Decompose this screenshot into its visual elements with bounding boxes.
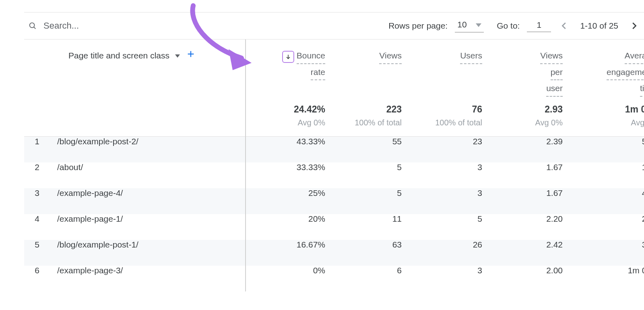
row-dimension: /example-page-4/ (48, 188, 246, 214)
column-views-per-user[interactable]: Views per user (491, 40, 572, 100)
row-index: 1 (24, 137, 48, 162)
summary-views: 223 100% of total (334, 100, 411, 137)
cell-users: 3 (411, 266, 491, 291)
metric-label: Views (540, 49, 563, 64)
row-dimension: /blog/example-post-1/ (48, 240, 246, 266)
table-row[interactable]: 1/blog/example-post-2/43.33%55232.3953 (24, 137, 644, 162)
metric-label: Averag (625, 49, 644, 64)
row-index: 4 (24, 214, 48, 240)
metric-label: per (551, 66, 563, 81)
cell-aet: 53 (572, 137, 644, 162)
summary-sub: Avg 0% (255, 118, 325, 127)
cell-views: 63 (334, 240, 411, 266)
column-views[interactable]: Views (334, 40, 411, 100)
cell-bounce: 16.67% (246, 240, 334, 266)
cell-users: 3 (411, 162, 491, 188)
search-icon (28, 21, 37, 30)
summary-bounce: 24.42% Avg 0% (246, 100, 334, 137)
row-dimension: /example-page-1/ (48, 214, 246, 240)
cell-users: 3 (411, 188, 491, 214)
row-index: 3 (24, 188, 48, 214)
add-dimension-button[interactable] (186, 50, 196, 61)
rows-per-page-label: Rows per page: (388, 21, 448, 31)
cell-aet: 41 (572, 188, 644, 214)
cell-bounce: 20% (246, 214, 334, 240)
row-index: 2 (24, 162, 48, 188)
cell-users: 26 (411, 240, 491, 266)
goto-label: Go to: (497, 21, 520, 31)
summary-value: 1m 09 (580, 104, 644, 115)
table-row[interactable]: 5/blog/example-post-1/16.67%63262.4234 (24, 240, 644, 266)
metric-label: Bounce (297, 49, 325, 64)
rows-per-page-select[interactable]: 10 (455, 19, 484, 33)
table-row[interactable]: 6/example-page-3/0%632.001m 04 (24, 266, 644, 291)
cell-users: 23 (411, 137, 491, 162)
search-input[interactable] (43, 20, 204, 31)
next-page-button[interactable] (628, 20, 640, 32)
rows-per-page-value: 10 (457, 20, 469, 29)
svg-marker-4 (175, 54, 180, 58)
cell-vpu: 1.67 (491, 162, 572, 188)
svg-marker-3 (476, 23, 481, 27)
column-bounce-rate[interactable]: Bounce rate (246, 40, 334, 100)
cell-aet: 1m 04 (572, 266, 644, 291)
summary-vpu: 2.93 Avg 0% (491, 100, 572, 137)
summary-sub: Avg 0 (580, 118, 644, 127)
metric-label: Views (379, 49, 402, 64)
table-row[interactable]: 3/example-page-4/25%531.6741 (24, 188, 644, 214)
prev-page-button[interactable] (558, 20, 570, 32)
pagination-range: 1-10 of 25 (580, 21, 618, 31)
cell-views: 5 (334, 188, 411, 214)
svg-line-2 (34, 27, 35, 29)
metric-label: engagemen (607, 66, 644, 81)
cell-views: 6 (334, 266, 411, 291)
pagination-controls: Rows per page: 10 Go to: 1-10 of 25 (388, 19, 640, 33)
summary-row: 24.42% Avg 0% 223 100% of total 76 100% … (24, 100, 644, 137)
plus-icon (186, 49, 195, 62)
row-dimension: /example-page-3/ (48, 266, 246, 291)
goto-input[interactable] (527, 20, 551, 32)
column-average-engagement-time[interactable]: Averag engagemen tim (572, 40, 644, 100)
summary-aet: 1m 09 Avg 0 (572, 100, 644, 137)
summary-users: 76 100% of total (411, 100, 491, 137)
cell-bounce: 43.33% (246, 137, 334, 162)
cell-aet: 14 (572, 162, 644, 188)
cell-vpu: 2.20 (491, 214, 572, 240)
sort-descending-icon (282, 51, 294, 63)
svg-point-1 (30, 23, 35, 28)
table-row[interactable]: 2/about/33.33%531.6714 (24, 162, 644, 188)
cell-aet: 34 (572, 240, 644, 266)
cell-vpu: 2.00 (491, 266, 572, 291)
table-toolbar: Rows per page: 10 Go to: 1-10 of 25 (24, 12, 644, 40)
metric-label: tim (640, 82, 644, 97)
cell-views: 11 (334, 214, 411, 240)
cell-views: 5 (334, 162, 411, 188)
summary-value: 76 (419, 104, 482, 115)
cell-vpu: 1.67 (491, 188, 572, 214)
summary-sub: Avg 0% (500, 118, 563, 127)
metric-label: Users (460, 49, 482, 64)
cell-bounce: 0% (246, 266, 334, 291)
summary-value: 2.93 (500, 104, 563, 115)
column-users[interactable]: Users (411, 40, 491, 100)
table-row[interactable]: 4/example-page-1/20%1152.2023 (24, 214, 644, 240)
dimension-header[interactable]: Page title and screen class (24, 40, 246, 100)
cell-users: 5 (411, 214, 491, 240)
dropdown-caret-icon (476, 20, 481, 29)
cell-aet: 23 (572, 214, 644, 240)
chevron-down-icon (175, 49, 180, 62)
cell-bounce: 25% (246, 188, 334, 214)
search-wrap (28, 20, 388, 31)
row-index: 5 (24, 240, 48, 266)
cell-views: 55 (334, 137, 411, 162)
report-table: Page title and screen class (24, 40, 644, 291)
summary-sub: 100% of total (419, 118, 482, 127)
row-dimension: /blog/example-post-2/ (48, 137, 246, 162)
cell-vpu: 2.39 (491, 137, 572, 162)
row-dimension: /about/ (48, 162, 246, 188)
cell-vpu: 2.42 (491, 240, 572, 266)
dimension-label: Page title and screen class (68, 49, 169, 62)
metric-label: rate (311, 66, 325, 81)
row-index: 6 (24, 266, 48, 291)
cell-bounce: 33.33% (246, 162, 334, 188)
